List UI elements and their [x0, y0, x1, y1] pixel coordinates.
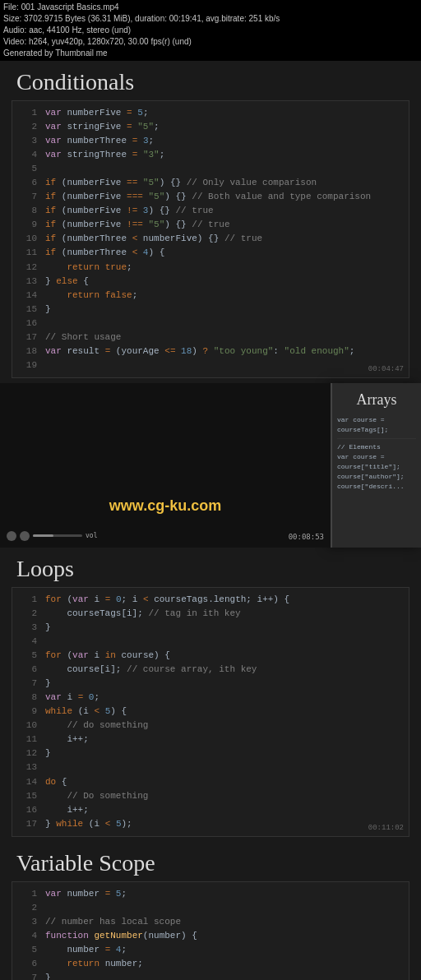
- code-line: 13: [19, 760, 402, 774]
- conditionals-title: Conditionals: [0, 69, 421, 100]
- code-line: 5 number = 4;: [19, 943, 402, 957]
- code-line: 16 i++;: [19, 803, 402, 817]
- file-info-line2: Size: 3702.9715 Bytes (36.31 MiB), durat…: [3, 13, 418, 25]
- progress-fill: [33, 534, 53, 537]
- code-line: 1 var number = 5;: [19, 887, 402, 901]
- code-line: 4 var stringThree = "3";: [19, 148, 402, 162]
- arrays-code-line: var course =: [337, 415, 416, 425]
- code-line: 10 // do something: [19, 719, 402, 733]
- code-line: 3 // number has local scope: [19, 915, 402, 929]
- code-line: 10 if (numberThree < numberFive) {} // t…: [19, 232, 402, 246]
- video-frame: www.cg-ku.com vol 00:08:53: [0, 383, 331, 548]
- code-line: 6 if (numberFive == "5") {} // Only valu…: [19, 176, 402, 190]
- file-info-line1: File: 001 Javascript Basics.mp4: [3, 2, 418, 13]
- variable-scope-section: Variable Scope 1 var number = 5; 2 3 // …: [0, 842, 421, 980]
- code-line: 6 course[i]; // course array, ith key: [19, 663, 402, 677]
- volume-label: vol: [86, 532, 97, 539]
- video-watermark: www.cg-ku.com: [109, 497, 221, 515]
- code-line: 16: [19, 317, 402, 331]
- loops-section: Loops 1 for (var i = 0; i < courseTags.l…: [0, 548, 421, 842]
- video-controls[interactable]: vol: [7, 531, 97, 541]
- code-line: 12 }: [19, 747, 402, 760]
- arrays-code-line: courseTags[];: [337, 425, 416, 435]
- code-line: 2: [19, 901, 402, 915]
- arrays-code-line: course["title"];: [337, 462, 416, 472]
- code-line: 15 }: [19, 303, 402, 317]
- video-timestamp: 00:08:53: [289, 533, 324, 541]
- arrays-code-line: course["descri...: [337, 482, 416, 492]
- arrays-code-line: course["author"];: [337, 472, 416, 482]
- code-line: 18 var result = (yourAge <= 18) ? "too y…: [19, 344, 402, 358]
- file-info-bar: File: 001 Javascript Basics.mp4 Size: 37…: [0, 0, 421, 61]
- code-line: 2 var stringFive = "5";: [19, 120, 402, 134]
- code-line: 4: [19, 635, 402, 649]
- loops-title: Loops: [0, 556, 421, 587]
- code-line: 7 if (numberFive === "5") {} // Both val…: [19, 190, 402, 204]
- code-line: 7 }: [19, 677, 402, 691]
- arrays-sep: [337, 438, 416, 439]
- arrays-code-line: // Elements: [337, 442, 416, 452]
- progress-bar[interactable]: [33, 534, 82, 537]
- code-line: 12 return true;: [19, 261, 402, 275]
- stop-button[interactable]: [20, 531, 30, 541]
- code-line: 19: [19, 358, 402, 372]
- file-info-line4: Video: h264, yuv420p, 1280x720, 30.00 fp…: [3, 36, 418, 48]
- variable-scope-title: Variable Scope: [0, 850, 421, 881]
- code-line: 6 return number;: [19, 957, 402, 971]
- code-line: 11 if (numberThree < 4) {: [19, 246, 402, 260]
- variable-scope-code: 1 var number = 5; 2 3 // number has loca…: [12, 881, 409, 980]
- code-line: 1 var numberFive = 5;: [19, 106, 402, 120]
- code-line: 13 } else {: [19, 275, 402, 289]
- code-line: 4 function getNumber(number) {: [19, 929, 402, 943]
- file-info-line3: Audio: aac, 44100 Hz, stereo (und): [3, 25, 418, 36]
- code-line: 8 if (numberFive != 3) {} // true: [19, 204, 402, 218]
- code-line: 3 var numberThree = 3;: [19, 134, 402, 148]
- code-line: 3 }: [19, 621, 402, 635]
- arrays-code-line: var course =: [337, 452, 416, 462]
- code-line: 17 // Short usage: [19, 331, 402, 344]
- code-line: 9 if (numberFive !== "5") {} // true: [19, 218, 402, 232]
- code-timestamp: 00:04:47: [368, 364, 404, 376]
- code-line: 2 courseTags[i]; // tag in ith key: [19, 607, 402, 621]
- file-info-line5: Generated by Thumbnail me: [3, 48, 418, 59]
- video-thumbnail-section: www.cg-ku.com vol 00:08:53 Arrays var co…: [0, 383, 421, 548]
- arrays-title: Arrays: [357, 391, 397, 409]
- play-button[interactable]: [7, 531, 16, 541]
- conditionals-section: Conditionals 1 var numberFive = 5; 2 var…: [0, 61, 421, 383]
- code-line: 11 i++;: [19, 733, 402, 747]
- arrays-slide: Arrays var course = courseTags[]; // Ele…: [331, 383, 421, 548]
- code-timestamp: 00:11:02: [368, 823, 404, 834]
- code-line: 14 do {: [19, 775, 402, 789]
- code-line: 17 } while (i < 5);: [19, 817, 402, 831]
- code-line: 15 // Do something: [19, 789, 402, 803]
- code-line: 7 }: [19, 971, 402, 980]
- conditionals-code: 1 var numberFive = 5; 2 var stringFive =…: [12, 100, 409, 378]
- code-line: 5: [19, 162, 402, 176]
- loops-code: 1 for (var i = 0; i < courseTags.length;…: [12, 587, 409, 837]
- code-line: 8 var i = 0;: [19, 691, 402, 705]
- code-line: 9 while (i < 5) {: [19, 705, 402, 719]
- arrays-code: var course = courseTags[]; // Elements v…: [337, 415, 416, 492]
- code-line: 1 for (var i = 0; i < courseTags.length;…: [19, 593, 402, 607]
- code-line: 5 for (var i in course) {: [19, 649, 402, 663]
- code-line: 14 return false;: [19, 289, 402, 303]
